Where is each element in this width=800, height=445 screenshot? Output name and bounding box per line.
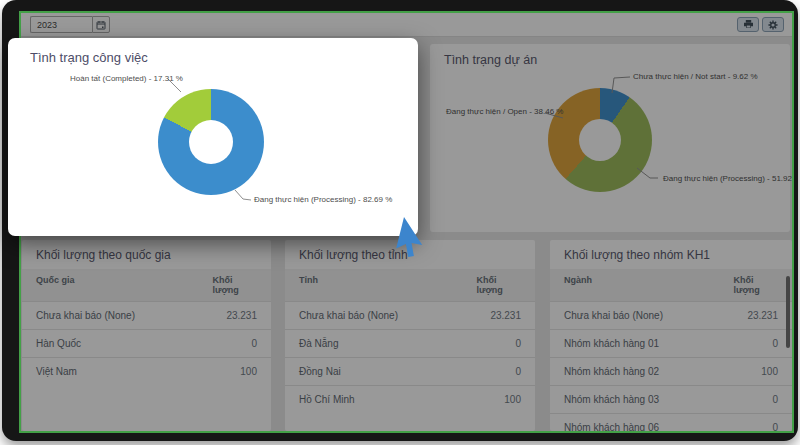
popup-title: Tình trạng công việc [30, 50, 148, 65]
work-status-popup: Tình trạng công việc Hoàn tất (Completed… [8, 38, 418, 236]
donut-hole [189, 120, 233, 164]
mouse-cursor-icon [404, 204, 405, 205]
work-status-donut-chart[interactable] [158, 89, 264, 195]
chart-label-completed: Hoàn tất (Completed) - 17.31 % [70, 74, 183, 83]
chart-label-processing: Đang thực hiện (Processing) - 82.69 % [254, 195, 392, 204]
